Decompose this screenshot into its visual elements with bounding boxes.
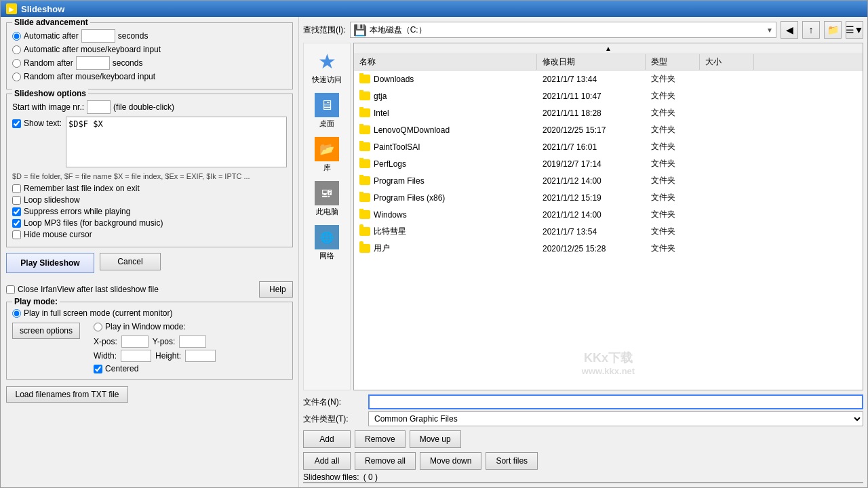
table-row[interactable]: 用户 2020/12/25 15:28 文件夹 — [354, 240, 863, 257]
file-name-cell: Program Files — [354, 175, 537, 187]
loop-checkbox[interactable] — [12, 196, 21, 205]
full-screen-options-button[interactable]: screen options — [12, 323, 80, 339]
start-value-input[interactable]: 1 — [87, 100, 111, 114]
file-type-cell: 文件夹 — [646, 174, 700, 188]
remember-checkbox[interactable] — [12, 184, 21, 193]
load-filenames-button[interactable]: Load filenames from TXT file — [6, 386, 128, 403]
file-size-cell — [700, 247, 754, 250]
y-pos-input[interactable]: 0 — [179, 336, 206, 348]
file-name-input[interactable] — [368, 394, 863, 409]
file-size-cell — [700, 163, 754, 165]
file-size-cell — [700, 197, 754, 199]
nav-back-button[interactable]: ◀ — [781, 21, 798, 39]
centered-checkbox[interactable] — [94, 365, 102, 373]
table-row[interactable]: Downloads 2021/1/7 13:44 文件夹 — [354, 70, 863, 87]
nav-view-button[interactable]: ☰▼ — [846, 21, 863, 39]
title-bar: ▶ Slideshow — [1, 1, 867, 17]
file-date-cell: 2021/1/11 18:28 — [537, 107, 646, 119]
table-row[interactable]: PerfLogs 2019/12/7 17:14 文件夹 — [354, 155, 863, 172]
auto-seconds-input[interactable]: 5.000 — [81, 29, 115, 43]
left-sidebar: ★ 快速访问 🖥 桌面 📂 库 — [303, 43, 351, 390]
col-header-size: 大小 — [700, 54, 754, 70]
sidebar-item-computer[interactable]: 🖳 此电脑 — [307, 178, 347, 220]
close-irfanview-checkbox[interactable] — [6, 285, 15, 294]
remove-all-button[interactable]: Remove all — [355, 452, 416, 470]
random-seconds-input[interactable]: 5.000 — [76, 56, 110, 70]
file-type-cell: 文件夹 — [646, 72, 700, 86]
height-input[interactable]: 600 — [185, 350, 216, 362]
folder-icon — [359, 159, 370, 168]
show-text-row: Show text: — [12, 119, 62, 128]
random-after-label: Random after — [24, 58, 73, 68]
lookup-label: 查找范围(I): — [303, 24, 346, 36]
sidebar-item-quick-access[interactable]: ★ 快速访问 — [307, 46, 347, 87]
main-window: ▶ Slideshow Slide advancement Automatic … — [0, 0, 868, 488]
table-row[interactable]: gtja 2021/1/11 10:47 文件夹 — [354, 87, 863, 104]
full-screen-radio[interactable] — [12, 309, 21, 318]
slideshow-files-section: Slideshow files: ( 0 ) — [303, 470, 863, 483]
table-row[interactable]: Program Files (x86) 2021/1/12 15:19 文件夹 — [354, 189, 863, 206]
help-button[interactable]: Help — [259, 281, 293, 298]
add-all-button[interactable]: Add all — [303, 452, 351, 470]
full-screen-label: Play in full screen mode (current monito… — [24, 308, 172, 318]
file-size-cell — [700, 214, 754, 216]
sidebar-item-desktop[interactable]: 🖥 桌面 — [307, 90, 347, 131]
scroll-up-button[interactable]: ▲ — [354, 43, 863, 54]
random-mouse-row: Random after mouse/keyboard input — [12, 72, 287, 81]
file-name-cell: PerfLogs — [354, 158, 537, 170]
loop-mp3-checkbox-row: Loop MP3 files (for background music) — [12, 218, 287, 228]
move-down-button[interactable]: Move down — [420, 452, 481, 470]
window-mode-label: Play in Window mode: — [105, 322, 186, 331]
add-button[interactable]: Add — [303, 430, 351, 448]
loop-checkbox-row: Loop slideshow — [12, 195, 287, 205]
window-mode-radio[interactable] — [94, 323, 102, 331]
sidebar-item-library[interactable]: 📂 库 — [307, 134, 347, 176]
slide-advancement-group: Slide advancement Automatic after 5.000 … — [6, 22, 293, 89]
file-date-cell: 2021/1/12 14:00 — [537, 175, 646, 187]
table-row[interactable]: LenovoQMDownload 2020/12/25 15:17 文件夹 — [354, 121, 863, 138]
sidebar-item-network[interactable]: 🌐 网络 — [307, 222, 347, 264]
path-combo[interactable]: 💾 本地磁盘（C:） ▼ — [350, 22, 776, 38]
file-list-area: ▲ 名称 修改日期 类型 大小 Downloads 2021/1/7 13:44… — [353, 43, 863, 390]
cancel-button[interactable]: Cancel — [100, 253, 161, 270]
table-row[interactable]: 比特彗星 2021/1/7 13:54 文件夹 — [354, 223, 863, 240]
table-row[interactable]: PaintToolSAI 2021/1/7 16:01 文件夹 — [354, 138, 863, 155]
auto-mouse-radio[interactable] — [12, 45, 21, 54]
remove-button[interactable]: Remove — [355, 430, 406, 448]
file-date-cell: 2019/12/7 17:14 — [537, 158, 646, 170]
file-type-select[interactable]: Common Graphic Files — [368, 411, 863, 426]
slideshow-files-count: ( 0 ) — [363, 472, 378, 482]
sidebar-quick-access-label: 快速访问 — [312, 75, 342, 85]
help-text: $D = file folder, $F = file name $X = fi… — [12, 171, 287, 182]
hide-cursor-checkbox[interactable] — [12, 230, 21, 239]
width-input[interactable]: 800 — [121, 350, 151, 362]
auto-after-radio[interactable] — [12, 32, 21, 41]
nav-create-folder-button[interactable]: 📁 — [824, 21, 842, 39]
move-up-button[interactable]: Move up — [410, 430, 461, 448]
sort-files-button[interactable]: Sort files — [486, 452, 538, 470]
action-buttons-row-1: Add Remove Move up — [303, 430, 863, 448]
show-text-textarea[interactable]: $D$F $X — [66, 117, 287, 167]
suppress-checkbox-row: Suppress errors while playing — [12, 207, 287, 216]
random-after-radio[interactable] — [12, 59, 21, 68]
table-row[interactable]: Intel 2021/1/11 18:28 文件夹 — [354, 104, 863, 121]
wh-row: Width: 800 Height: 600 — [94, 350, 216, 362]
file-size-cell — [700, 95, 754, 98]
action-buttons-row-2: Add all Remove all Move down Sort files — [303, 452, 863, 470]
file-size-cell — [700, 230, 754, 233]
table-row[interactable]: Windows 2021/1/12 14:00 文件夹 — [354, 206, 863, 223]
suppress-checkbox[interactable] — [12, 207, 21, 216]
file-date-cell: 2021/1/7 13:44 — [537, 73, 646, 85]
play-slideshow-button[interactable]: Play Slideshow — [6, 253, 94, 273]
folder-icon — [359, 125, 370, 134]
nav-up-button[interactable]: ↑ — [802, 21, 820, 39]
sidebar-library-label: 库 — [323, 163, 331, 173]
x-pos-input[interactable]: 0 — [121, 336, 149, 348]
close-irfanview-row: Close IrfanView after last slideshow fil… — [6, 281, 293, 298]
loop-mp3-checkbox[interactable] — [12, 219, 21, 228]
library-icon: 📂 — [315, 137, 339, 161]
file-list-header: 名称 修改日期 类型 大小 — [354, 54, 863, 70]
show-text-checkbox[interactable] — [12, 119, 21, 128]
table-row[interactable]: Program Files 2021/1/12 14:00 文件夹 — [354, 172, 863, 189]
random-mouse-radio[interactable] — [12, 73, 21, 81]
